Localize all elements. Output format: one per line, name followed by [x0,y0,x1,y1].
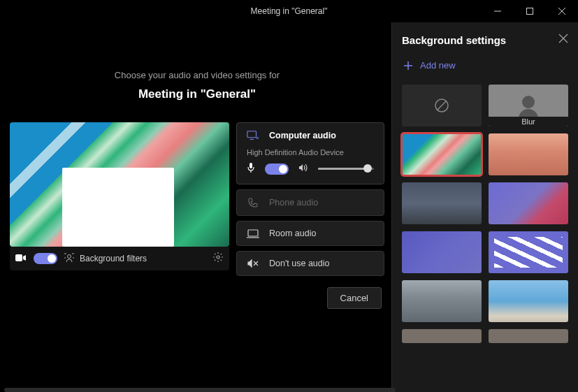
no-audio-label: Don't use audio [269,259,329,268]
prejoin-subtitle: Choose your audio and video settings for [10,70,384,80]
video-controls-bar: Background filters [10,247,229,270]
cancel-button[interactable]: Cancel [327,287,382,309]
mic-icon [247,162,255,175]
svg-rect-14 [250,163,252,168]
blur-label: Blur [489,117,568,126]
no-audio-option[interactable]: Don't use audio [236,251,384,276]
window-controls [482,0,578,22]
background-thumb-10[interactable] [489,329,568,343]
background-thumb-1[interactable] [402,133,482,175]
background-settings-panel: Background settings Add new Blur [391,22,578,392]
svg-rect-16 [248,230,258,236]
horizontal-scrollbar[interactable] [4,388,396,392]
no-audio-icon [247,259,259,268]
close-panel-button[interactable] [558,34,568,46]
monitor-audio-icon [247,130,259,141]
background-blur[interactable]: Blur [489,85,568,126]
maximize-button[interactable] [514,0,546,22]
background-thumb-3[interactable] [402,182,482,224]
background-thumb-7[interactable] [402,280,482,322]
background-thumb-2[interactable] [489,133,568,175]
svg-rect-4 [15,254,22,261]
svg-point-5 [68,254,71,258]
mic-toggle[interactable] [265,164,289,175]
minimize-button[interactable] [482,0,514,22]
background-thumb-5[interactable] [402,231,482,273]
background-thumb-4[interactable] [489,182,568,224]
audio-device-name: High Definition Audio Device [247,148,374,157]
svg-rect-1 [527,8,533,15]
camera-toggle[interactable] [34,253,57,264]
titlebar: Meeting in "General" [0,0,578,22]
room-audio-label: Room audio [269,228,316,238]
background-thumb-9[interactable] [402,329,482,343]
volume-slider[interactable] [318,168,374,170]
close-button[interactable] [546,0,578,22]
participant-video [62,168,174,247]
computer-audio-option[interactable]: Computer audio High Definition Audio Dev… [236,122,384,184]
background-none[interactable] [402,85,482,126]
svg-point-13 [257,138,258,139]
background-settings-title: Background settings [402,34,506,46]
person-filter-icon [64,253,74,265]
meeting-title: Meeting in "General" [10,87,384,101]
background-filters-label: Background filters [80,254,147,263]
background-thumb-8[interactable] [489,280,568,322]
window-title: Meeting in "General" [251,6,328,16]
gear-icon[interactable] [212,252,224,266]
svg-line-25 [438,101,446,110]
svg-rect-11 [247,131,257,138]
background-filters-button[interactable]: Background filters [64,253,205,265]
speaker-icon [298,163,308,175]
video-preview [10,122,229,247]
phone-audio-label: Phone audio [269,198,318,208]
plus-icon [403,61,413,71]
phone-audio-option[interactable]: Phone audio [236,189,384,216]
computer-audio-label: Computer audio [269,131,336,140]
svg-point-10 [217,256,219,259]
background-thumb-6[interactable] [489,231,568,273]
prohibit-icon [434,98,449,113]
phone-icon [247,197,259,208]
camera-icon [15,252,27,265]
room-audio-option[interactable]: Room audio [236,221,384,246]
pre-join-panel: Choose your audio and video settings for… [0,22,391,392]
room-icon [247,228,259,238]
add-new-background-button[interactable]: Add new [402,59,568,72]
add-new-label: Add new [420,60,456,71]
